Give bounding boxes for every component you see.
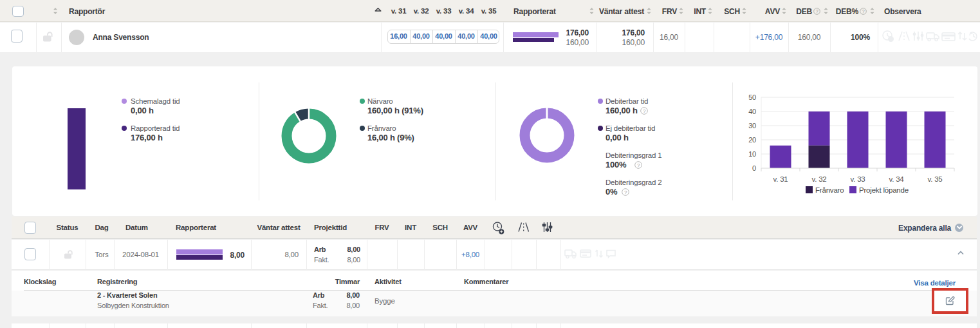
svg-text:10: 10: [748, 150, 756, 158]
svg-text:Projekt löpande: Projekt löpande: [859, 186, 909, 194]
svg-text:v. 35: v. 35: [927, 175, 942, 183]
svg-text:v. 34: v. 34: [889, 175, 904, 183]
svg-text:?: ?: [624, 189, 627, 195]
svg-text:?: ?: [862, 9, 865, 14]
svg-text:50: 50: [748, 93, 756, 101]
svg-text:v. 33: v. 33: [850, 175, 865, 183]
svg-text:?: ?: [643, 108, 646, 114]
svg-text:?: ?: [816, 9, 818, 14]
svg-text:v. 31: v. 31: [773, 175, 788, 183]
svg-text:40: 40: [748, 108, 756, 115]
svg-text:30: 30: [748, 122, 756, 130]
svg-text:?: ?: [637, 162, 640, 168]
svg-text:Frånvaro: Frånvaro: [815, 186, 844, 194]
svg-text:0: 0: [752, 164, 756, 172]
svg-text:v. 32: v. 32: [811, 175, 826, 183]
svg-text:20: 20: [748, 136, 756, 144]
